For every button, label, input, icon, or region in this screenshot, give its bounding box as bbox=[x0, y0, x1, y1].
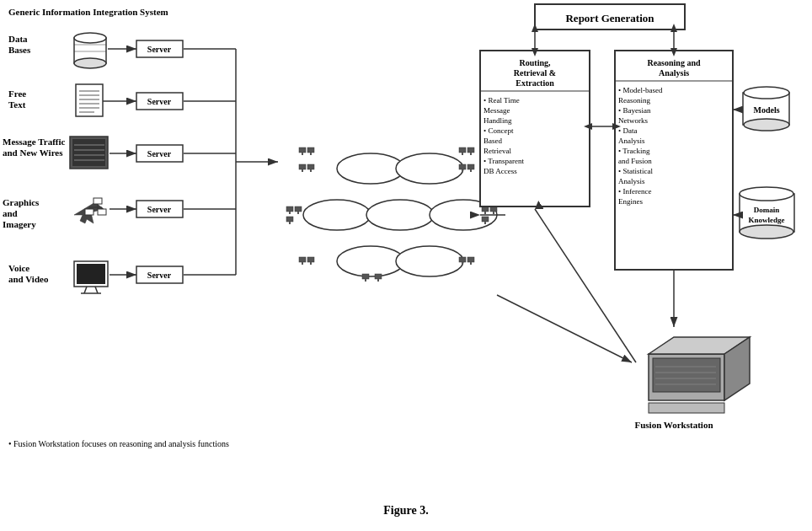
svg-marker-165 bbox=[724, 337, 750, 400]
svg-text:Based: Based bbox=[483, 137, 502, 145]
svg-rect-91 bbox=[286, 217, 293, 222]
svg-text:Server: Server bbox=[147, 45, 172, 54]
svg-rect-101 bbox=[307, 257, 314, 262]
svg-text:Retrieval: Retrieval bbox=[483, 147, 511, 155]
svg-rect-113 bbox=[480, 51, 590, 206]
svg-text:Engines: Engines bbox=[618, 197, 643, 206]
svg-rect-86 bbox=[470, 169, 472, 172]
svg-point-144 bbox=[744, 119, 789, 131]
svg-point-143 bbox=[744, 87, 789, 99]
svg-rect-36 bbox=[98, 209, 106, 215]
svg-rect-35 bbox=[85, 209, 93, 215]
svg-rect-84 bbox=[462, 169, 463, 172]
svg-text:Server: Server bbox=[147, 97, 172, 106]
svg-rect-20 bbox=[136, 93, 183, 110]
svg-text:Voice: Voice bbox=[8, 263, 29, 273]
svg-text:Reasoning and: Reasoning and bbox=[647, 58, 701, 67]
svg-rect-94 bbox=[484, 212, 486, 214]
svg-point-68 bbox=[430, 200, 497, 230]
svg-rect-142 bbox=[743, 93, 789, 125]
svg-rect-0 bbox=[74, 38, 106, 63]
svg-text:and: and bbox=[3, 208, 18, 218]
svg-rect-108 bbox=[365, 279, 366, 282]
svg-marker-162 bbox=[612, 123, 621, 130]
svg-rect-111 bbox=[535, 4, 685, 30]
svg-point-2 bbox=[74, 58, 106, 68]
svg-rect-96 bbox=[493, 212, 494, 214]
svg-rect-34 bbox=[93, 198, 102, 204]
svg-rect-98 bbox=[484, 222, 486, 224]
svg-rect-90 bbox=[297, 212, 299, 214]
svg-rect-103 bbox=[459, 257, 466, 262]
svg-rect-100 bbox=[302, 262, 303, 265]
svg-text:Figure 3.: Figure 3. bbox=[383, 504, 428, 517]
svg-rect-110 bbox=[377, 279, 379, 282]
svg-rect-72 bbox=[302, 153, 303, 155]
svg-rect-81 bbox=[467, 148, 474, 153]
diagram-svg: Data Bases Server Free Text Server bbox=[0, 0, 812, 531]
svg-text:Analysis: Analysis bbox=[618, 177, 645, 185]
svg-rect-73 bbox=[307, 148, 314, 153]
svg-rect-10 bbox=[76, 84, 103, 116]
svg-rect-92 bbox=[289, 222, 291, 224]
svg-marker-164 bbox=[649, 337, 750, 354]
svg-text:and New Wires: and New Wires bbox=[3, 148, 63, 158]
svg-rect-109 bbox=[375, 274, 382, 279]
svg-line-50 bbox=[95, 287, 98, 293]
svg-text:Message: Message bbox=[483, 106, 510, 115]
svg-text:• Bayesian: • Bayesian bbox=[618, 106, 651, 115]
svg-text:Server: Server bbox=[147, 205, 172, 214]
svg-point-1 bbox=[74, 33, 106, 43]
svg-text:Reasoning: Reasoning bbox=[618, 96, 650, 105]
svg-rect-8 bbox=[136, 40, 183, 57]
svg-text:Text: Text bbox=[8, 99, 26, 110]
svg-rect-75 bbox=[299, 164, 306, 169]
svg-rect-80 bbox=[462, 153, 463, 155]
svg-text:Imagery: Imagery bbox=[3, 219, 36, 229]
svg-rect-74 bbox=[310, 153, 312, 155]
svg-rect-77 bbox=[307, 164, 314, 169]
svg-rect-89 bbox=[295, 206, 302, 212]
svg-point-65 bbox=[396, 153, 463, 184]
svg-marker-33 bbox=[74, 202, 104, 223]
svg-point-70 bbox=[396, 246, 463, 276]
svg-point-66 bbox=[303, 200, 371, 230]
svg-text:Networks: Networks bbox=[618, 116, 648, 125]
svg-rect-79 bbox=[459, 148, 466, 153]
svg-rect-22 bbox=[70, 137, 108, 169]
svg-rect-107 bbox=[362, 274, 369, 279]
svg-text:and Fusion: and Fusion bbox=[618, 157, 652, 165]
svg-point-148 bbox=[740, 187, 793, 201]
svg-rect-85 bbox=[467, 164, 474, 169]
svg-text:Graphics: Graphics bbox=[3, 197, 40, 207]
svg-text:Bases: Bases bbox=[8, 45, 31, 55]
svg-rect-102 bbox=[310, 262, 312, 265]
svg-rect-106 bbox=[470, 262, 472, 265]
system-title: Generic Information Integration System bbox=[8, 7, 168, 17]
svg-text:DB Access: DB Access bbox=[483, 167, 517, 175]
svg-text:Knowledge: Knowledge bbox=[748, 216, 784, 224]
svg-rect-71 bbox=[299, 148, 306, 153]
svg-text:Domain: Domain bbox=[754, 206, 780, 214]
svg-text:• Concept: • Concept bbox=[483, 126, 514, 135]
svg-rect-45 bbox=[136, 201, 183, 217]
svg-rect-93 bbox=[482, 206, 489, 212]
svg-text:Data: Data bbox=[8, 34, 28, 44]
svg-line-175 bbox=[535, 209, 636, 362]
svg-rect-95 bbox=[490, 206, 497, 212]
svg-marker-157 bbox=[670, 24, 677, 32]
svg-text:• Inference: • Inference bbox=[618, 187, 651, 196]
svg-text:• Data: • Data bbox=[618, 126, 637, 135]
svg-rect-47 bbox=[74, 261, 108, 287]
svg-text:• Model-based: • Model-based bbox=[618, 86, 663, 94]
svg-rect-23 bbox=[72, 139, 105, 166]
svg-text:Routing,: Routing, bbox=[520, 58, 551, 67]
svg-rect-83 bbox=[459, 164, 466, 169]
svg-text:• Statistical: • Statistical bbox=[618, 167, 653, 175]
svg-rect-166 bbox=[653, 358, 720, 392]
svg-rect-104 bbox=[462, 262, 463, 265]
svg-rect-78 bbox=[310, 169, 312, 172]
svg-text:Handling: Handling bbox=[483, 116, 512, 125]
svg-rect-99 bbox=[299, 257, 306, 262]
svg-rect-105 bbox=[467, 257, 474, 262]
